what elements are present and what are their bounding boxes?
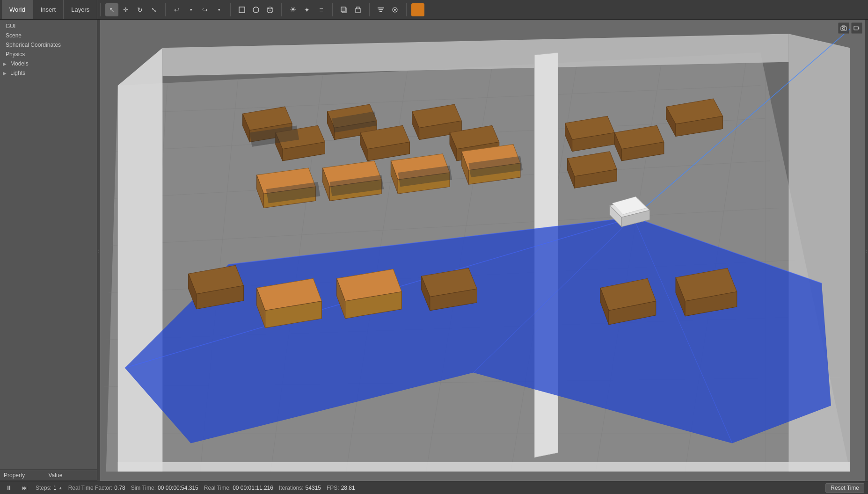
copy-button[interactable] [337, 3, 350, 16]
svg-rect-11 [379, 9, 383, 10]
rtf-value: 0.78 [114, 485, 125, 491]
tree-item-models-label: Models [10, 60, 29, 67]
viewport[interactable] [100, 20, 865, 481]
redo-dropdown-button[interactable]: ▾ [212, 3, 226, 16]
reset-time-button[interactable]: Reset Time [825, 483, 864, 493]
real-time-item: Real Time: 00 00:01:11.216 [204, 485, 273, 491]
undo-button[interactable]: ↩ [170, 3, 183, 16]
svg-rect-10 [378, 7, 384, 8]
divider-3 [230, 3, 231, 16]
svg-point-5 [268, 11, 272, 13]
tree-item-lights-label: Lights [10, 70, 25, 76]
cylinder-button[interactable] [263, 3, 277, 16]
tab-layers[interactable]: Layers [64, 0, 97, 19]
screenshot-button[interactable] [838, 22, 849, 34]
svg-point-14 [394, 9, 396, 11]
translate-tool-button[interactable]: ✛ [119, 3, 132, 16]
iterations-label: Iterations: [279, 485, 304, 491]
rtf-label: Real Time Factor: [68, 485, 113, 491]
undo-dropdown-button[interactable]: ▾ [184, 3, 197, 16]
tree-item-scene[interactable]: Scene [0, 31, 97, 40]
record-button[interactable] [851, 22, 862, 34]
divider-4 [281, 3, 282, 16]
tab-world[interactable]: World [2, 0, 33, 19]
spot-light-button[interactable]: ✦ [300, 3, 314, 16]
property-col-value: Value [49, 472, 94, 479]
right-resize-handle[interactable]: ⋮ [865, 20, 868, 481]
real-time-value: 00 00:01:11.216 [233, 485, 273, 491]
svg-point-1 [253, 7, 259, 13]
steps-value: 1 [53, 485, 57, 491]
main-content: GUI Scene Spherical Coordinates Physics … [0, 20, 868, 481]
steps-label: Steps: [36, 485, 51, 491]
svg-point-118 [843, 28, 845, 30]
rotate-tool-button[interactable]: ↻ [133, 3, 146, 16]
sphere-button[interactable] [249, 3, 263, 16]
svg-rect-9 [357, 7, 359, 9]
divider-2 [165, 3, 166, 16]
tool-section-select: ↖ ✛ ↻ ⤡ [103, 3, 162, 16]
tool-section-orange [409, 3, 426, 16]
svg-marker-121 [858, 27, 860, 29]
property-col-name: Property [4, 472, 49, 479]
svg-rect-38 [118, 462, 850, 472]
real-time-label: Real Time: [204, 485, 231, 491]
tool-section-history: ↩ ▾ ↪ ▾ [168, 3, 227, 16]
tree-item-scene-label: Scene [6, 32, 22, 39]
iterations-item: Iterations: 54315 [279, 485, 321, 491]
tree-item-physics[interactable]: Physics [0, 50, 97, 59]
orange-tool-button[interactable] [411, 3, 424, 16]
rtf-item: Real Time Factor: 0.78 [68, 485, 125, 491]
step-button[interactable]: ⏭ [20, 483, 30, 493]
sun-button[interactable]: ☀ [286, 3, 299, 16]
tool-section-primitives [233, 3, 278, 16]
divider-5 [332, 3, 333, 16]
tree-item-physics-label: Physics [6, 51, 25, 58]
divider-1 [100, 3, 101, 16]
tab-group: World Insert Layers [2, 0, 97, 19]
steps-arrow-up[interactable]: ▲ [58, 486, 63, 490]
viewport-icons [838, 22, 862, 34]
svg-point-2 [268, 7, 272, 9]
scene-view [100, 20, 865, 481]
iterations-value: 54315 [306, 485, 321, 491]
tool-section-lights: ☀ ✦ ≡ [284, 3, 329, 16]
tree-item-gui-label: GUI [6, 23, 15, 29]
pause-button[interactable]: ⏸ [4, 483, 14, 493]
tree-item-gui[interactable]: GUI [0, 22, 97, 31]
snap-button[interactable] [388, 3, 401, 16]
tool-section-align [372, 3, 403, 16]
scale-tool-button[interactable]: ⤡ [147, 3, 160, 16]
svg-rect-12 [379, 11, 382, 12]
fps-item: FPS: 28.81 [327, 485, 355, 491]
tree-item-models[interactable]: ▶ Models [0, 59, 97, 68]
svg-rect-119 [842, 26, 845, 27]
tree-arrow-lights: ▶ [3, 71, 8, 76]
align-button[interactable] [374, 3, 387, 16]
sim-time-label: Sim Time: [131, 485, 156, 491]
tree-arrow-models: ▶ [3, 61, 8, 66]
left-panel: GUI Scene Spherical Coordinates Physics … [0, 20, 97, 481]
svg-rect-0 [239, 7, 245, 13]
property-header: Property Value [0, 470, 97, 481]
redo-button[interactable]: ↪ [198, 3, 212, 16]
tool-section-models [336, 3, 366, 16]
select-tool-button[interactable]: ↖ [105, 3, 118, 16]
toolbar: World Insert Layers ↖ ✛ ↻ ⤡ ↩ ▾ ↪ ▾ ☀ ✦ … [0, 0, 868, 20]
sim-time-item: Sim Time: 00 00:00:54.315 [131, 485, 198, 491]
tree-item-spherical[interactable]: Spherical Coordinates [0, 40, 97, 50]
tab-insert[interactable]: Insert [33, 0, 64, 19]
tree-item-lights[interactable]: ▶ Lights [0, 68, 97, 78]
status-bar: ⏸ ⏭ Steps: 1 ▲ Real Time Factor: 0.78 Si… [0, 481, 868, 494]
box-button[interactable] [235, 3, 248, 16]
divider-7 [406, 3, 407, 16]
sim-time-value: 00 00:00:54.315 [158, 485, 198, 491]
paste-button[interactable] [351, 3, 365, 16]
lines-button[interactable]: ≡ [314, 3, 328, 16]
svg-rect-7 [341, 7, 345, 12]
property-panel: Property Value [0, 469, 97, 481]
fps-value: 28.81 [341, 485, 355, 491]
divider-6 [369, 3, 370, 16]
svg-marker-35 [118, 48, 163, 472]
fps-label: FPS: [327, 485, 339, 491]
